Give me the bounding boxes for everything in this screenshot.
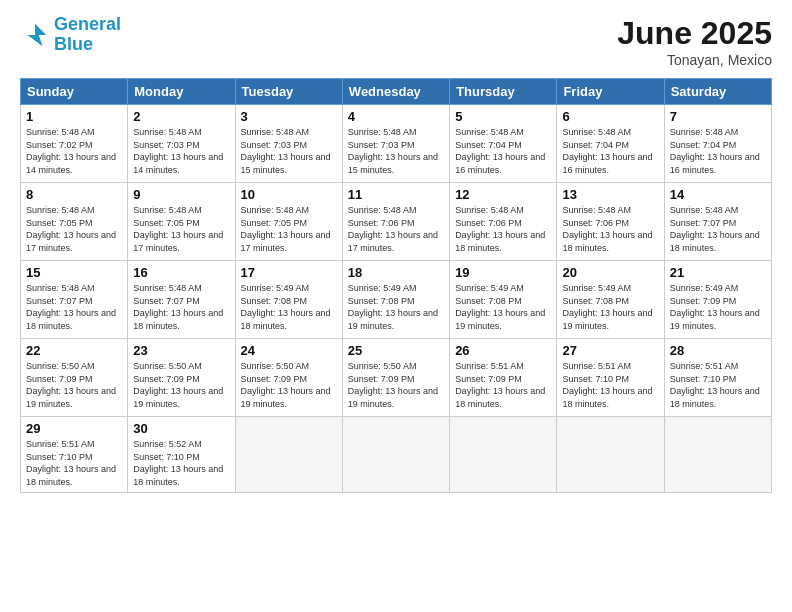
table-row: 5Sunrise: 5:48 AMSunset: 7:04 PMDaylight… bbox=[450, 105, 557, 183]
day-number: 13 bbox=[562, 187, 658, 202]
header-thursday: Thursday bbox=[450, 79, 557, 105]
table-row: 25Sunrise: 5:50 AMSunset: 7:09 PMDayligh… bbox=[342, 339, 449, 417]
table-row bbox=[235, 417, 342, 493]
day-info: Sunrise: 5:50 AMSunset: 7:09 PMDaylight:… bbox=[348, 360, 444, 410]
table-row bbox=[557, 417, 664, 493]
header-wednesday: Wednesday bbox=[342, 79, 449, 105]
header-monday: Monday bbox=[128, 79, 235, 105]
table-row: 13Sunrise: 5:48 AMSunset: 7:06 PMDayligh… bbox=[557, 183, 664, 261]
day-number: 3 bbox=[241, 109, 337, 124]
day-number: 4 bbox=[348, 109, 444, 124]
logo: General Blue bbox=[20, 15, 121, 55]
day-info: Sunrise: 5:48 AMSunset: 7:06 PMDaylight:… bbox=[348, 204, 444, 254]
day-number: 1 bbox=[26, 109, 122, 124]
table-row: 27Sunrise: 5:51 AMSunset: 7:10 PMDayligh… bbox=[557, 339, 664, 417]
day-info: Sunrise: 5:48 AMSunset: 7:07 PMDaylight:… bbox=[670, 204, 766, 254]
table-row: 29Sunrise: 5:51 AMSunset: 7:10 PMDayligh… bbox=[21, 417, 128, 493]
day-info: Sunrise: 5:48 AMSunset: 7:05 PMDaylight:… bbox=[133, 204, 229, 254]
day-number: 18 bbox=[348, 265, 444, 280]
day-number: 27 bbox=[562, 343, 658, 358]
table-row: 24Sunrise: 5:50 AMSunset: 7:09 PMDayligh… bbox=[235, 339, 342, 417]
day-info: Sunrise: 5:50 AMSunset: 7:09 PMDaylight:… bbox=[133, 360, 229, 410]
table-row: 12Sunrise: 5:48 AMSunset: 7:06 PMDayligh… bbox=[450, 183, 557, 261]
day-number: 24 bbox=[241, 343, 337, 358]
day-info: Sunrise: 5:49 AMSunset: 7:08 PMDaylight:… bbox=[348, 282, 444, 332]
table-row: 2Sunrise: 5:48 AMSunset: 7:03 PMDaylight… bbox=[128, 105, 235, 183]
header-saturday: Saturday bbox=[664, 79, 771, 105]
day-number: 19 bbox=[455, 265, 551, 280]
location-subtitle: Tonayan, Mexico bbox=[617, 52, 772, 68]
day-info: Sunrise: 5:48 AMSunset: 7:07 PMDaylight:… bbox=[26, 282, 122, 332]
header: General Blue June 2025 Tonayan, Mexico bbox=[20, 15, 772, 68]
day-info: Sunrise: 5:48 AMSunset: 7:07 PMDaylight:… bbox=[133, 282, 229, 332]
day-number: 6 bbox=[562, 109, 658, 124]
day-info: Sunrise: 5:48 AMSunset: 7:06 PMDaylight:… bbox=[455, 204, 551, 254]
day-number: 16 bbox=[133, 265, 229, 280]
table-row: 28Sunrise: 5:51 AMSunset: 7:10 PMDayligh… bbox=[664, 339, 771, 417]
day-number: 28 bbox=[670, 343, 766, 358]
day-number: 15 bbox=[26, 265, 122, 280]
month-title: June 2025 bbox=[617, 15, 772, 52]
weekday-header-row: Sunday Monday Tuesday Wednesday Thursday… bbox=[21, 79, 772, 105]
table-row bbox=[664, 417, 771, 493]
table-row: 10Sunrise: 5:48 AMSunset: 7:05 PMDayligh… bbox=[235, 183, 342, 261]
header-friday: Friday bbox=[557, 79, 664, 105]
day-info: Sunrise: 5:48 AMSunset: 7:06 PMDaylight:… bbox=[562, 204, 658, 254]
title-block: June 2025 Tonayan, Mexico bbox=[617, 15, 772, 68]
table-row bbox=[450, 417, 557, 493]
day-number: 26 bbox=[455, 343, 551, 358]
logo-icon bbox=[20, 20, 50, 50]
table-row: 30Sunrise: 5:52 AMSunset: 7:10 PMDayligh… bbox=[128, 417, 235, 493]
table-row: 26Sunrise: 5:51 AMSunset: 7:09 PMDayligh… bbox=[450, 339, 557, 417]
day-number: 20 bbox=[562, 265, 658, 280]
table-row: 23Sunrise: 5:50 AMSunset: 7:09 PMDayligh… bbox=[128, 339, 235, 417]
day-number: 17 bbox=[241, 265, 337, 280]
day-info: Sunrise: 5:51 AMSunset: 7:10 PMDaylight:… bbox=[562, 360, 658, 410]
day-info: Sunrise: 5:49 AMSunset: 7:08 PMDaylight:… bbox=[455, 282, 551, 332]
day-info: Sunrise: 5:48 AMSunset: 7:02 PMDaylight:… bbox=[26, 126, 122, 176]
day-number: 8 bbox=[26, 187, 122, 202]
header-sunday: Sunday bbox=[21, 79, 128, 105]
table-row: 9Sunrise: 5:48 AMSunset: 7:05 PMDaylight… bbox=[128, 183, 235, 261]
page: General Blue June 2025 Tonayan, Mexico S… bbox=[0, 0, 792, 612]
day-info: Sunrise: 5:50 AMSunset: 7:09 PMDaylight:… bbox=[26, 360, 122, 410]
table-row: 15Sunrise: 5:48 AMSunset: 7:07 PMDayligh… bbox=[21, 261, 128, 339]
table-row: 22Sunrise: 5:50 AMSunset: 7:09 PMDayligh… bbox=[21, 339, 128, 417]
day-number: 7 bbox=[670, 109, 766, 124]
day-number: 14 bbox=[670, 187, 766, 202]
day-number: 22 bbox=[26, 343, 122, 358]
day-info: Sunrise: 5:48 AMSunset: 7:03 PMDaylight:… bbox=[241, 126, 337, 176]
day-info: Sunrise: 5:48 AMSunset: 7:03 PMDaylight:… bbox=[133, 126, 229, 176]
day-info: Sunrise: 5:49 AMSunset: 7:09 PMDaylight:… bbox=[670, 282, 766, 332]
table-row: 3Sunrise: 5:48 AMSunset: 7:03 PMDaylight… bbox=[235, 105, 342, 183]
day-info: Sunrise: 5:48 AMSunset: 7:05 PMDaylight:… bbox=[241, 204, 337, 254]
day-info: Sunrise: 5:50 AMSunset: 7:09 PMDaylight:… bbox=[241, 360, 337, 410]
day-number: 12 bbox=[455, 187, 551, 202]
day-number: 5 bbox=[455, 109, 551, 124]
day-number: 29 bbox=[26, 421, 122, 436]
table-row: 18Sunrise: 5:49 AMSunset: 7:08 PMDayligh… bbox=[342, 261, 449, 339]
table-row: 11Sunrise: 5:48 AMSunset: 7:06 PMDayligh… bbox=[342, 183, 449, 261]
day-info: Sunrise: 5:51 AMSunset: 7:09 PMDaylight:… bbox=[455, 360, 551, 410]
table-row: 14Sunrise: 5:48 AMSunset: 7:07 PMDayligh… bbox=[664, 183, 771, 261]
day-number: 23 bbox=[133, 343, 229, 358]
table-row: 20Sunrise: 5:49 AMSunset: 7:08 PMDayligh… bbox=[557, 261, 664, 339]
day-info: Sunrise: 5:51 AMSunset: 7:10 PMDaylight:… bbox=[670, 360, 766, 410]
day-info: Sunrise: 5:48 AMSunset: 7:04 PMDaylight:… bbox=[455, 126, 551, 176]
day-info: Sunrise: 5:51 AMSunset: 7:10 PMDaylight:… bbox=[26, 438, 122, 488]
table-row: 4Sunrise: 5:48 AMSunset: 7:03 PMDaylight… bbox=[342, 105, 449, 183]
table-row: 7Sunrise: 5:48 AMSunset: 7:04 PMDaylight… bbox=[664, 105, 771, 183]
table-row: 1Sunrise: 5:48 AMSunset: 7:02 PMDaylight… bbox=[21, 105, 128, 183]
table-row: 6Sunrise: 5:48 AMSunset: 7:04 PMDaylight… bbox=[557, 105, 664, 183]
day-number: 2 bbox=[133, 109, 229, 124]
header-tuesday: Tuesday bbox=[235, 79, 342, 105]
calendar-table: Sunday Monday Tuesday Wednesday Thursday… bbox=[20, 78, 772, 493]
day-info: Sunrise: 5:48 AMSunset: 7:04 PMDaylight:… bbox=[562, 126, 658, 176]
day-number: 25 bbox=[348, 343, 444, 358]
table-row: 16Sunrise: 5:48 AMSunset: 7:07 PMDayligh… bbox=[128, 261, 235, 339]
day-number: 9 bbox=[133, 187, 229, 202]
table-row: 8Sunrise: 5:48 AMSunset: 7:05 PMDaylight… bbox=[21, 183, 128, 261]
table-row: 21Sunrise: 5:49 AMSunset: 7:09 PMDayligh… bbox=[664, 261, 771, 339]
day-number: 10 bbox=[241, 187, 337, 202]
svg-marker-0 bbox=[28, 24, 47, 47]
